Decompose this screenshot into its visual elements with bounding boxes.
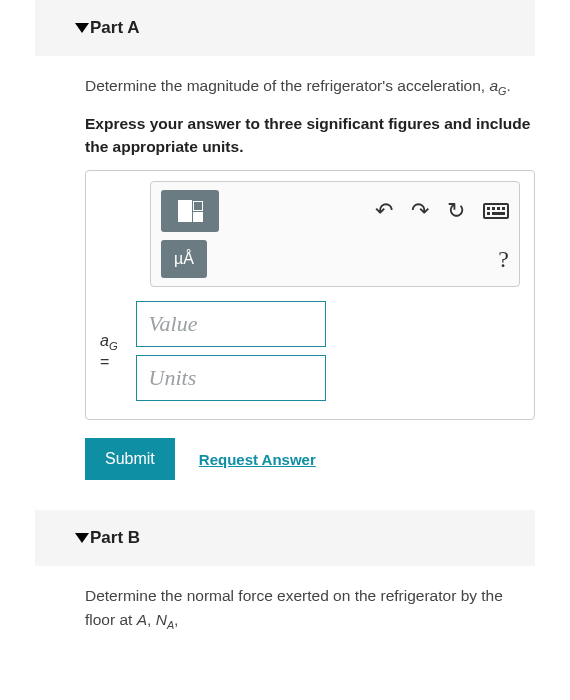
help-icon[interactable]: ? [498,246,509,273]
collapse-icon[interactable] [75,533,89,543]
part-a-title: Part A [90,18,139,38]
units-picker-button[interactable]: µÅ [161,240,207,278]
prompt-variable: a [489,77,498,94]
variable-subscript: G [109,340,118,352]
prompt-text: Determine the magnitude of the refrigera… [85,77,489,94]
part-b-body: Determine the normal force exerted on th… [0,566,570,677]
part-b-prompt: Determine the normal force exerted on th… [85,584,535,633]
undo-icon[interactable]: ↶ [375,198,393,224]
variable-symbol: a [100,332,109,349]
part-a-body: Determine the magnitude of the refrigera… [0,56,570,510]
prompt-suffix: , [174,611,178,628]
prompt-subscript: G [498,85,506,97]
keyboard-icon[interactable] [483,203,509,219]
part-a-prompt: Determine the magnitude of the refrigera… [85,74,535,99]
collapse-icon[interactable] [75,23,89,33]
redo-icon[interactable]: ↷ [411,198,429,224]
units-input[interactable]: Units [136,355,326,401]
request-answer-link[interactable]: Request Answer [199,451,316,468]
answer-box: ↶ ↷ ↻ µÅ ? aG = Value Units [85,170,535,420]
variable-label: aG = [100,332,118,370]
value-input[interactable]: Value [136,301,326,347]
prompt-point: A [137,611,147,628]
prompt-suffix: . [507,77,511,94]
prompt-variable: N [156,611,167,628]
part-a-instruction: Express your answer to three significant… [85,113,535,158]
prompt-sep: , [147,611,156,628]
part-b-title: Part B [90,528,140,548]
equals-sign: = [100,353,118,371]
units-picker-label: µÅ [174,250,194,268]
reset-icon[interactable]: ↻ [447,198,465,224]
equation-toolbar: ↶ ↷ ↻ µÅ ? [150,181,520,287]
fraction-template-icon[interactable] [161,190,219,232]
submit-button[interactable]: Submit [85,438,175,480]
